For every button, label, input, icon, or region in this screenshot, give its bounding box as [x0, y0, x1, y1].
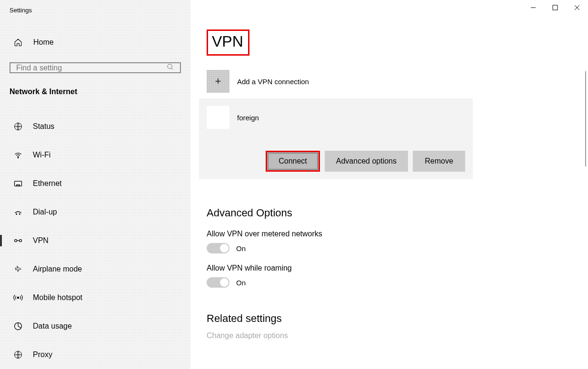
svg-line-1: [171, 68, 173, 69]
sidebar-item-wifi[interactable]: Wi-Fi: [0, 141, 190, 169]
content-area: VPN + Add a VPN connection foreign Conne…: [190, 0, 588, 369]
status-icon: [13, 122, 23, 131]
search-input[interactable]: [16, 64, 167, 72]
sidebar-item-dialup[interactable]: Dial-up: [0, 198, 190, 226]
svg-rect-5: [17, 185, 20, 186]
sidebar-item-label: Wi-Fi: [33, 151, 50, 159]
sidebar-item-label: Status: [33, 122, 54, 131]
maximize-button[interactable]: [544, 0, 566, 15]
window-title: Settings: [0, 0, 190, 20]
proxy-icon: [13, 350, 23, 359]
vpn-connection-item[interactable]: foreign Connect Advanced options Remove: [199, 98, 473, 179]
scrollbar[interactable]: [585, 71, 586, 166]
svg-rect-4: [15, 181, 22, 186]
search-box[interactable]: [10, 62, 181, 73]
vpn-connection-name: foreign: [237, 114, 259, 122]
sidebar-item-label: Airplane mode: [33, 265, 82, 273]
wifi-icon: [13, 150, 23, 160]
airplane-icon: [13, 264, 23, 274]
remove-button[interactable]: Remove: [413, 151, 465, 172]
page-title: VPN: [207, 29, 249, 56]
sidebar-item-label: Proxy: [33, 350, 52, 359]
svg-point-0: [168, 64, 172, 68]
connect-button[interactable]: Connect: [266, 151, 320, 172]
roaming-toggle[interactable]: [207, 277, 229, 288]
close-button[interactable]: [566, 0, 588, 15]
sidebar-item-hotspot[interactable]: Mobile hotspot: [0, 283, 190, 312]
sidebar-item-datausage[interactable]: Data usage: [0, 312, 190, 340]
vpn-icon: [13, 236, 23, 245]
option-metered-label: Allow VPN over metered networks: [207, 230, 588, 238]
advanced-options-button[interactable]: Advanced options: [325, 151, 408, 172]
datausage-icon: [13, 321, 23, 331]
add-vpn-button[interactable]: + Add a VPN connection: [207, 70, 588, 93]
svg-point-9: [20, 240, 22, 242]
option-metered: Allow VPN over metered networks On: [207, 230, 588, 253]
sidebar-item-status[interactable]: Status: [0, 112, 190, 141]
svg-point-7: [20, 214, 20, 214]
sidebar-item-label: Dial-up: [33, 208, 57, 216]
nav-list: Status Wi-Fi Ethernet Dial-up: [0, 112, 190, 369]
hotspot-icon: [13, 293, 23, 302]
vpn-connection-icon: [207, 106, 229, 129]
option-roaming: Allow VPN while roaming On: [207, 264, 588, 288]
home-icon: [13, 38, 23, 47]
sidebar-item-proxy[interactable]: Proxy: [0, 340, 190, 369]
svg-rect-15: [553, 5, 558, 10]
change-adapter-link[interactable]: Change adapter options: [207, 331, 588, 340]
sidebar-item-label: Ethernet: [33, 179, 61, 188]
svg-point-6: [16, 214, 17, 214]
sidebar-item-airplane[interactable]: Airplane mode: [0, 255, 190, 283]
option-roaming-label: Allow VPN while roaming: [207, 264, 588, 272]
sidebar-item-label: VPN: [33, 236, 49, 245]
advanced-options-heading: Advanced Options: [207, 207, 588, 219]
sidebar-item-vpn[interactable]: VPN: [0, 226, 190, 255]
sidebar-item-label: Data usage: [33, 322, 72, 330]
sidebar-home[interactable]: Home: [0, 33, 190, 52]
sidebar: Settings Home Network & Internet Status: [0, 0, 190, 369]
dialup-icon: [13, 207, 23, 217]
minimize-button[interactable]: [522, 0, 544, 15]
search-icon: [167, 63, 174, 72]
window-controls: [522, 0, 588, 15]
related-settings-heading: Related settings: [207, 312, 588, 325]
roaming-state: On: [236, 279, 246, 287]
metered-state: On: [236, 244, 246, 252]
svg-point-8: [15, 240, 17, 242]
ethernet-icon: [13, 179, 23, 188]
sidebar-item-label: Mobile hotspot: [33, 293, 82, 302]
sidebar-home-label: Home: [33, 38, 54, 47]
sidebar-item-ethernet[interactable]: Ethernet: [0, 169, 190, 198]
plus-icon: +: [207, 70, 229, 93]
sidebar-section-label: Network & Internet: [0, 73, 190, 98]
metered-toggle[interactable]: [207, 243, 229, 253]
svg-point-11: [17, 297, 19, 298]
svg-point-3: [18, 157, 19, 158]
add-vpn-label: Add a VPN connection: [237, 78, 309, 86]
